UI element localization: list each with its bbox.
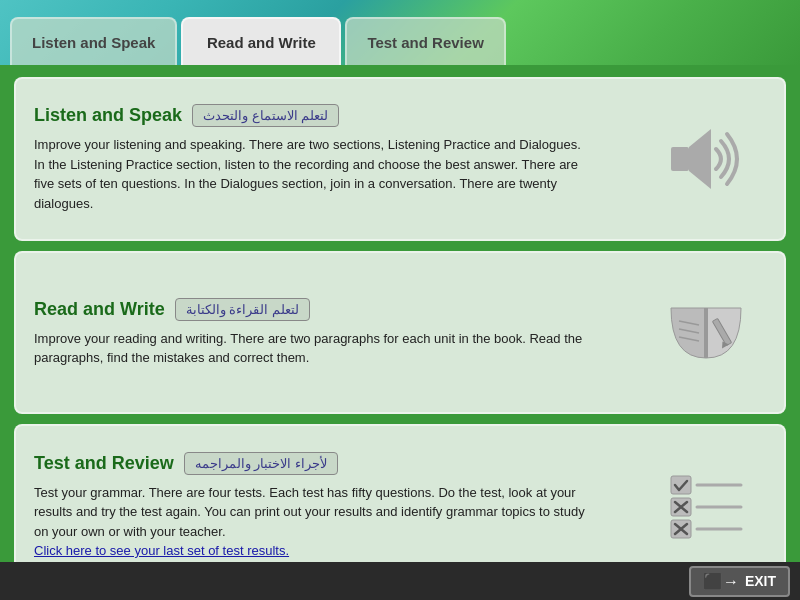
listen-speak-card: Listen and Speak لتعلم الاستماع والتحدث …	[14, 77, 786, 241]
read-write-card: Read and Write لتعلم القراءة والكتابة Im…	[14, 251, 786, 415]
test-results-link[interactable]: Click here to see your last set of test …	[34, 543, 289, 558]
read-write-left: Read and Write لتعلم القراءة والكتابة Im…	[34, 298, 646, 368]
speaker-icon	[646, 114, 766, 204]
read-write-title-row: Read and Write لتعلم القراءة والكتابة	[34, 298, 646, 321]
listen-speak-arabic-btn[interactable]: لتعلم الاستماع والتحدث	[192, 104, 339, 127]
read-write-title: Read and Write	[34, 299, 165, 320]
test-review-arabic-btn[interactable]: لأجراء الاختبار والمراجمه	[184, 452, 338, 475]
exit-icon: ⬛→	[703, 572, 739, 591]
tab-read-write[interactable]: Read and Write	[181, 17, 341, 65]
exit-button[interactable]: ⬛→ EXIT	[689, 566, 790, 597]
listen-speak-text: Improve your listening and speaking. The…	[34, 135, 594, 213]
read-write-text: Improve your reading and writing. There …	[34, 329, 594, 368]
listen-speak-title: Listen and Speak	[34, 105, 182, 126]
tab-test-review[interactable]: Test and Review	[345, 17, 505, 65]
svg-rect-0	[671, 147, 689, 171]
listen-speak-left: Listen and Speak لتعلم الاستماع والتحدث …	[34, 104, 646, 213]
test-review-title-row: Test and Review لأجراء الاختبار والمراجم…	[34, 452, 646, 475]
svg-marker-1	[689, 129, 711, 189]
test-review-title: Test and Review	[34, 453, 174, 474]
checklist-icon	[646, 461, 766, 551]
test-review-text: Test your grammar. There are four tests.…	[34, 483, 594, 561]
listen-speak-title-row: Listen and Speak لتعلم الاستماع والتحدث	[34, 104, 646, 127]
svg-rect-2	[704, 308, 708, 358]
test-review-left: Test and Review لأجراء الاختبار والمراجم…	[34, 452, 646, 561]
read-write-arabic-btn[interactable]: لتعلم القراءة والكتابة	[175, 298, 310, 321]
header: Listen and Speak Read and Write Test and…	[0, 0, 800, 65]
tab-listen-speak[interactable]: Listen and Speak	[10, 17, 177, 65]
exit-label: EXIT	[745, 573, 776, 589]
bottom-bar: ⬛→ EXIT	[0, 562, 800, 600]
book-icon	[646, 288, 766, 378]
main-content: Listen and Speak لتعلم الاستماع والتحدث …	[0, 65, 800, 600]
